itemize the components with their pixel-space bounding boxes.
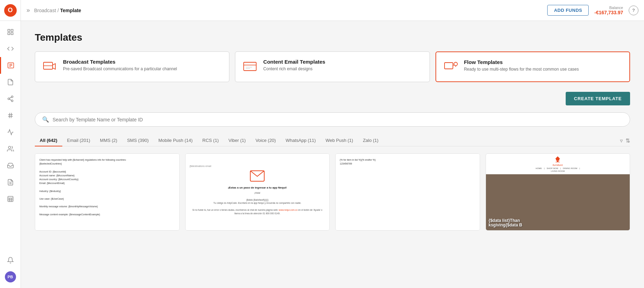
balance-amount: -€167,733.97 [594,10,623,15]
svg-point-8 [11,96,13,98]
furniture-brand: furniture [553,163,563,167]
svg-line-11 [9,99,11,100]
sort-icon[interactable]: ⇅ [626,137,630,144]
actions-row: CREATE TEMPLATE [35,92,630,105]
flow-templates-title: Flow Templates [464,59,579,65]
sidebar: O [0,0,21,288]
svg-line-15 [9,113,10,118]
template-preview-4[interactable]: furniture HOME|SHOP NOW|DINING ROOM| LIV… [486,153,630,231]
tab-voice[interactable]: Voice (20) [251,135,281,146]
furniture-overlay-text: {$data list}Thanksgiving{$data B [489,218,523,227]
templates-grid: Client has requested help with {$channel… [35,153,630,231]
tab-rcs[interactable]: RCS (1) [197,135,223,146]
svg-point-17 [8,146,11,149]
filter-icon[interactable]: ▿ [620,137,623,144]
svg-rect-38 [556,162,560,162]
sidebar-item-bell[interactable] [0,252,21,269]
svg-point-10 [11,100,13,102]
svg-rect-27 [244,62,256,71]
furniture-preview: furniture HOME|SHOP NOW|DINING ROOM| LIV… [486,154,630,230]
preview-email-2: {$destinations email ¡Estas a un paso de… [190,158,325,215]
sidebar-item-audiences[interactable] [0,141,21,157]
add-funds-button[interactable]: ADD FUNDS [547,5,589,16]
template-preview-inner-1: Client has requested help with {$channel… [35,154,179,230]
template-preview-3[interactable]: (% for item in list %)(% endfor %) 12345… [335,153,480,231]
content-email-templates-card[interactable]: Content Email Templates Content rich ema… [235,51,430,82]
broadcast-templates-text: Broadcast Templates Pre-saved Broadcast … [63,59,177,72]
content-email-text: Content Email Templates Content rich ema… [263,59,325,72]
template-preview-2[interactable]: {$destinations email ¡Estas a un paso de… [185,153,330,231]
sidebar-item-contacts[interactable] [0,57,21,74]
sidebar-item-inbox[interactable] [0,157,21,174]
template-preview-inner-3: (% for item in list %)(% endfor %) 12345… [336,154,480,230]
content-area: Templates Broadcast Templates Pre-saved … [21,21,644,288]
furniture-nav: HOME|SHOP NOW|DINING ROOM| [536,167,580,169]
search-input[interactable] [53,117,623,122]
svg-rect-20 [8,197,13,202]
flow-templates-text: Flow Templates Ready to use multi-step f… [464,59,579,72]
svg-point-9 [8,98,9,100]
flow-templates-card[interactable]: Flow Templates Ready to use multi-step f… [435,51,630,82]
tab-whatsapp[interactable]: WhatsApp (11) [281,135,321,146]
tab-mobile-push[interactable]: Mobile Push (14) [154,135,197,146]
tab-mms[interactable]: MMS (2) [95,135,122,146]
sidebar-item-reports[interactable] [0,174,21,191]
template-preview-inner-4: furniture HOME|SHOP NOW|DINING ROOM| LIV… [486,154,630,230]
tab-zalo[interactable]: Zalo (1) [358,135,383,146]
broadcast-templates-icon [42,59,57,74]
content-email-icon [242,59,258,74]
furniture-header: furniture HOME|SHOP NOW|DINING ROOM| LIV… [486,154,630,174]
page-title: Templates [35,32,630,43]
main-wrapper: » Broadcast / Template ADD FUNDS Balance… [21,0,644,288]
furniture-image: {$data list}Thanksgiving{$data B [486,174,630,230]
svg-rect-0 [8,30,10,32]
svg-rect-31 [445,63,453,69]
template-preview-inner-2: {$destinations email ¡Estas a un paso de… [186,154,330,230]
tabs-row: All (642) Email (201) MMS (2) SMS (390) … [35,135,630,146]
content-email-title: Content Email Templates [263,59,325,65]
sidebar-logo: O [0,0,21,21]
topnav: » Broadcast / Template ADD FUNDS Balance… [21,0,644,21]
sidebar-item-flows[interactable] [0,90,21,107]
sidebar-item-code[interactable] [0,40,21,57]
furniture-nav-2: LIVING ROOM [551,170,565,172]
svg-rect-3 [11,33,13,35]
tab-all[interactable]: All (642) [35,135,62,146]
tab-email[interactable]: Email (201) [62,135,95,146]
svg-rect-2 [8,33,10,35]
sidebar-item-hashtag[interactable] [0,107,21,124]
balance-info: Balance -€167,733.97 [594,6,623,15]
preview-text-1: Client has requested help with {$channel… [39,158,175,216]
sidebar-item-documents[interactable] [0,74,21,90]
logo-icon[interactable]: O [4,4,17,17]
help-button[interactable]: ? [629,6,638,15]
sidebar-item-table[interactable] [0,191,21,207]
sidebar-bottom: PB [0,252,21,288]
breadcrumb-current: Template [60,8,81,13]
avatar[interactable]: PB [5,271,16,282]
svg-rect-37 [557,161,559,162]
content-email-desc: Content rich email designs [263,66,325,72]
search-icon: 🔍 [42,116,49,123]
tab-sms[interactable]: SMS (390) [122,135,154,146]
sidebar-item-analytics[interactable] [0,124,21,141]
breadcrumb: Broadcast / Template [34,8,547,13]
broadcast-templates-card[interactable]: Broadcast Templates Pre-saved Broadcast … [35,51,229,82]
create-template-button[interactable]: CREATE TEMPLATE [566,92,630,105]
sidebar-nav [0,21,21,252]
tabs-actions: ▿ ⇅ [620,137,630,144]
svg-line-12 [9,97,11,98]
balance-label: Balance [594,6,623,10]
preview-text-3: (% for item in list %)(% endfor %) 12345… [340,158,476,166]
breadcrumb-separator: / [56,8,60,13]
tab-web-push[interactable]: Web Push (1) [321,135,358,146]
search-bar: 🔍 [35,112,630,127]
breadcrumb-parent[interactable]: Broadcast [34,8,56,13]
svg-line-16 [11,113,11,118]
expand-icon[interactable]: » [26,7,30,14]
template-preview-1[interactable]: Client has requested help with {$channel… [35,153,180,231]
sidebar-item-dashboard[interactable] [0,24,21,40]
broadcast-templates-title: Broadcast Templates [63,59,177,65]
svg-point-32 [454,62,457,66]
tab-viber[interactable]: Viber (1) [223,135,251,146]
